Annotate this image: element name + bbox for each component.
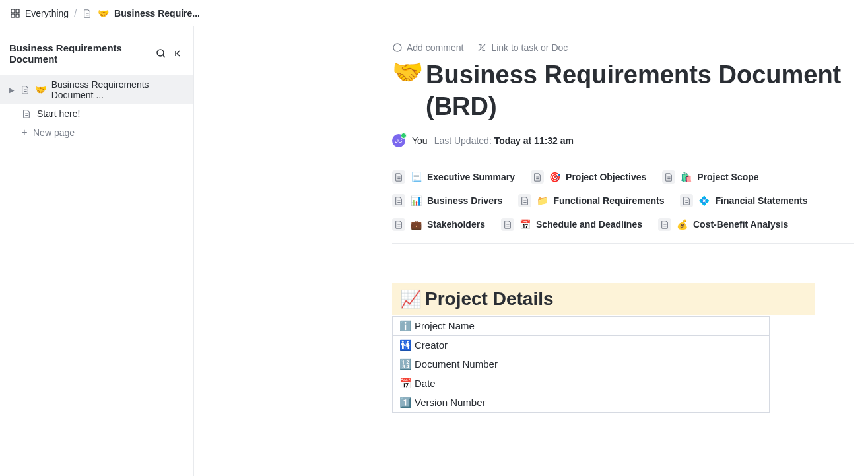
svg-point-5 <box>393 44 401 51</box>
chevron-right-icon: ▶ <box>9 86 15 94</box>
svg-rect-0 <box>11 9 15 13</box>
table-row: 1️⃣Version Number <box>393 393 770 413</box>
svg-point-4 <box>157 50 164 56</box>
section-link-label: Business Drivers <box>427 195 502 206</box>
table-row: 🚻Creator <box>393 336 770 355</box>
sidebar-item-label: Start here! <box>37 108 80 119</box>
section-link[interactable]: 📊Business Drivers <box>392 194 502 207</box>
section-link[interactable]: 📁Functional Requirements <box>518 194 664 207</box>
table-cell-value[interactable] <box>516 355 770 374</box>
table-row: 🔢Document Number <box>393 355 770 374</box>
section-link[interactable]: 💠Financial Statements <box>680 194 807 207</box>
avatar[interactable]: JC <box>392 134 405 147</box>
doc-meta: JC You Last Updated: Today at 11:32 am <box>392 134 854 158</box>
doc-icon <box>680 194 693 207</box>
doc-icon <box>82 8 92 18</box>
section-link-label: Project Objectives <box>566 172 646 182</box>
author-label: You <box>412 135 428 146</box>
page-title[interactable]: 🤝 Business Requirements Document (BRD) <box>392 59 854 122</box>
section-link-label: Functional Requirements <box>553 195 664 206</box>
svg-rect-2 <box>11 14 15 17</box>
doc-icon <box>501 218 514 231</box>
section-links: 📃Executive Summary🎯Project Objectives🛍️P… <box>392 158 854 244</box>
table-row: ℹ️Project Name <box>393 317 770 336</box>
svg-rect-3 <box>16 14 19 17</box>
doc-icon <box>392 194 405 207</box>
sidebar-item-label: Business Requirements Document ... <box>51 79 184 100</box>
section-link[interactable]: 📃Executive Summary <box>392 170 515 184</box>
collapse-icon[interactable] <box>172 48 184 59</box>
sidebar-item[interactable]: ▶🤝Business Requirements Document ... <box>0 75 193 104</box>
project-details-heading: 📈 Project Details <box>392 283 815 315</box>
section-link-label: Stakeholders <box>427 219 485 230</box>
breadcrumb-emoji: 🤝 <box>98 8 109 18</box>
last-updated: Last Updated: Today at 11:32 am <box>434 135 574 146</box>
content-area: Add comment Link to task or Doc 🤝 Busine… <box>194 26 868 476</box>
link-task-button[interactable]: Link to task or Doc <box>477 42 568 53</box>
project-details-table: ℹ️Project Name🚻Creator🔢Document Number📅D… <box>392 316 770 413</box>
section-link[interactable]: 💰Cost-Benefit Analysis <box>658 218 788 231</box>
section-link-label: Financial Statements <box>715 195 807 206</box>
doc-icon <box>662 170 675 184</box>
doc-icon <box>658 218 671 231</box>
section-link-label: Executive Summary <box>427 172 515 182</box>
sidebar-item[interactable]: Start here! <box>0 104 193 123</box>
table-row: 📅Date <box>393 374 770 393</box>
doc-icon <box>518 194 531 207</box>
sidebar: Business Requirements Document ▶🤝Busines… <box>0 26 194 476</box>
breadcrumb: Everything / 🤝 Business Require... <box>0 0 868 26</box>
add-comment-button[interactable]: Add comment <box>392 42 463 53</box>
section-link-label: Cost-Benefit Analysis <box>693 219 788 230</box>
svg-rect-1 <box>16 9 19 13</box>
apps-grid-icon[interactable] <box>11 9 20 18</box>
sidebar-title: Business Requirements Document <box>9 42 150 65</box>
section-link[interactable]: 🎯Project Objectives <box>531 170 646 184</box>
section-link-label: Project Scope <box>697 172 758 182</box>
table-cell-value[interactable] <box>516 393 770 413</box>
doc-icon <box>392 170 405 184</box>
section-link-label: Schedule and Deadlines <box>536 219 642 230</box>
doc-icon <box>20 85 30 95</box>
title-emoji: 🤝 <box>392 57 423 88</box>
search-icon[interactable] <box>155 48 167 59</box>
new-page-button[interactable]: + New page <box>0 123 193 143</box>
section-link[interactable]: 🛍️Project Scope <box>662 170 758 184</box>
section-link[interactable]: 📅Schedule and Deadlines <box>501 218 642 231</box>
table-cell-value[interactable] <box>516 317 770 336</box>
breadcrumb-root[interactable]: Everything <box>25 8 69 18</box>
section-link[interactable]: 💼Stakeholders <box>392 218 485 231</box>
doc-icon <box>392 218 405 231</box>
doc-icon <box>21 108 32 119</box>
doc-icon <box>531 170 544 184</box>
table-cell-value[interactable] <box>516 374 770 393</box>
table-cell-value[interactable] <box>516 336 770 355</box>
plus-icon: + <box>21 127 28 139</box>
breadcrumb-current[interactable]: Business Require... <box>114 8 200 18</box>
